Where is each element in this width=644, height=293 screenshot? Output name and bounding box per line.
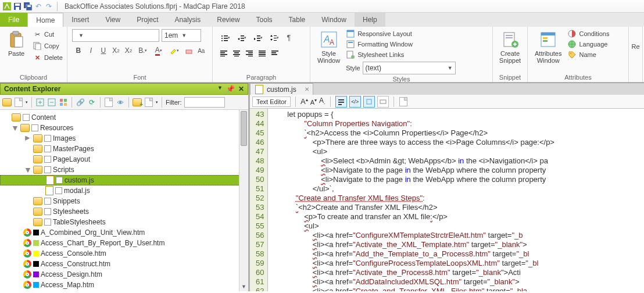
tab-table[interactable]: Table <box>281 13 314 27</box>
checkbox[interactable] <box>31 124 38 131</box>
quote-button[interactable]: B„▾ <box>135 44 151 57</box>
paste-button[interactable]: Paste <box>5 29 28 58</box>
delete-button[interactable]: ✕Delete <box>31 52 64 63</box>
new-doc-button[interactable] <box>399 97 408 106</box>
tab-tools[interactable]: Tools <box>248 13 281 27</box>
tab-review[interactable]: Review <box>209 13 248 27</box>
toggle-wrap-button[interactable] <box>335 96 347 108</box>
style-window-button[interactable]: AA Style Window <box>315 29 342 65</box>
font-reset-button[interactable]: A- <box>319 97 325 106</box>
copy-button[interactable]: Copy <box>31 41 64 51</box>
new-file-button[interactable] <box>144 98 153 107</box>
tree-item-selected[interactable]: custom.js <box>0 175 248 185</box>
checkbox[interactable] <box>56 177 63 184</box>
font-decrease-button[interactable]: A▾ <box>310 98 317 106</box>
content-tree[interactable]: Content ⯆Resources ⯈Images MasterPages P… <box>0 110 248 291</box>
superscript-button[interactable]: X2 <box>110 44 123 57</box>
conditions-button[interactable]: Conditions <box>567 29 609 38</box>
expand-all-button[interactable] <box>35 98 45 107</box>
styles-group-label: Styles <box>315 74 488 83</box>
properties-button[interactable] <box>104 98 113 107</box>
checkbox[interactable] <box>44 156 51 163</box>
font-increase-button[interactable]: A▴ <box>300 97 308 106</box>
collapse-all-button[interactable] <box>47 98 56 107</box>
responsive-layout-button[interactable]: Responsive Layout <box>346 29 455 38</box>
refresh-button[interactable]: ⟳ <box>87 98 96 107</box>
checkbox[interactable] <box>44 145 51 152</box>
text-editor-mode-button[interactable]: Text Editor <box>252 97 291 107</box>
indent-button[interactable]: ▾ <box>250 31 266 44</box>
link-button[interactable]: 🔗 <box>76 98 85 107</box>
bold-button[interactable]: B <box>72 44 85 57</box>
align-right-button[interactable] <box>243 47 256 59</box>
font-family-combo[interactable]: ▼ <box>72 29 159 42</box>
font-color-button[interactable]: A▾ <box>151 44 166 57</box>
tab-file[interactable]: File <box>0 13 27 27</box>
attributes-window-button[interactable]: Attributes Window <box>532 29 564 65</box>
scroll-thumb[interactable] <box>241 111 247 146</box>
tab-analysis[interactable]: Analysis <box>167 13 209 27</box>
italic-button[interactable]: I <box>85 44 98 57</box>
toggle-syntax-button[interactable]: </> <box>349 96 361 108</box>
line-spacing-button[interactable]: ▾ <box>266 31 282 44</box>
tab-insert[interactable]: Insert <box>63 13 97 27</box>
show-folders-button[interactable] <box>2 98 12 107</box>
tab-window[interactable]: Window <box>313 13 355 27</box>
checkbox[interactable] <box>23 114 30 121</box>
case-button[interactable]: Aa <box>195 44 208 57</box>
checkbox[interactable] <box>44 135 51 142</box>
close-tab-icon[interactable]: ✕ <box>305 86 309 92</box>
show-files-button[interactable] <box>14 98 23 107</box>
checkbox[interactable] <box>55 187 62 194</box>
new-folder-button[interactable]: + <box>133 98 142 107</box>
checkbox[interactable] <box>44 219 51 226</box>
create-snippet-button[interactable]: Create Snippet <box>498 29 523 65</box>
align-default-button[interactable] <box>269 47 281 59</box>
outdent-button[interactable]: ▾ <box>234 31 250 44</box>
highlight-button[interactable]: ▾ <box>167 44 183 57</box>
preview-button[interactable] <box>116 98 125 107</box>
expand-toggle[interactable]: ⯆ <box>12 125 19 131</box>
align-center-button[interactable] <box>230 47 243 59</box>
underline-button[interactable]: U <box>97 44 110 57</box>
style-combo[interactable]: (text)▼ <box>363 62 456 74</box>
expand-toggle[interactable]: ⯈ <box>24 135 31 142</box>
panel-pin-icon[interactable]: 📌 <box>226 85 235 93</box>
scroll-down-icon[interactable]: ▼ <box>239 282 248 291</box>
save-icon[interactable] <box>13 2 22 11</box>
checkbox[interactable] <box>44 208 51 215</box>
checkbox[interactable] <box>44 166 51 173</box>
formatting-window-button[interactable]: Formatting Window <box>346 40 455 49</box>
stylesheet-links-button[interactable]: Stylesheet Links <box>346 50 455 59</box>
expand-toggle[interactable]: ⯆ <box>24 167 31 173</box>
code-body[interactable]: let popups = { "Column Properties Naviga… <box>268 109 644 291</box>
show-marks-button[interactable]: ¶ <box>282 31 295 44</box>
tree-scrollbar[interactable]: ▲ ▼ <box>239 110 248 291</box>
clear-format-button[interactable] <box>183 44 195 57</box>
panel-dropdown-icon[interactable]: ▼ <box>217 85 223 93</box>
toggle-outline-button[interactable] <box>363 96 375 108</box>
code-area[interactable]: 4344454647484950515253545556575859606162… <box>250 109 644 291</box>
tab-project[interactable]: Project <box>128 13 166 27</box>
align-left-button[interactable] <box>217 47 230 59</box>
toggle-view-button[interactable] <box>59 98 68 107</box>
font-size-combo[interactable]: 1em▼ <box>162 29 201 42</box>
align-justify-button[interactable] <box>256 47 269 59</box>
tab-home[interactable]: Home <box>27 13 63 27</box>
filter-input[interactable] <box>184 97 225 108</box>
toggle-autocomplete-button[interactable] <box>377 96 389 108</box>
save-all-icon[interactable] <box>23 2 33 11</box>
tab-help[interactable]: Help <box>355 13 385 27</box>
language-button[interactable]: Language <box>567 40 609 49</box>
name-button[interactable]: Name <box>567 50 609 59</box>
undo-icon[interactable]: ↶ <box>34 2 43 11</box>
panel-close-icon[interactable]: ✕ <box>238 85 244 93</box>
subscript-button[interactable]: X2 <box>122 44 135 57</box>
cut-button[interactable]: ✂Cut <box>31 29 64 40</box>
tab-view[interactable]: View <box>97 13 128 27</box>
bullet-list-button[interactable]: ▾ <box>217 31 234 44</box>
editor-file-tab[interactable]: custom.js ✕ <box>250 83 313 95</box>
redo-icon[interactable]: ↷ <box>44 2 53 11</box>
truncated-button[interactable]: Re <box>630 29 641 51</box>
checkbox[interactable] <box>44 198 51 205</box>
